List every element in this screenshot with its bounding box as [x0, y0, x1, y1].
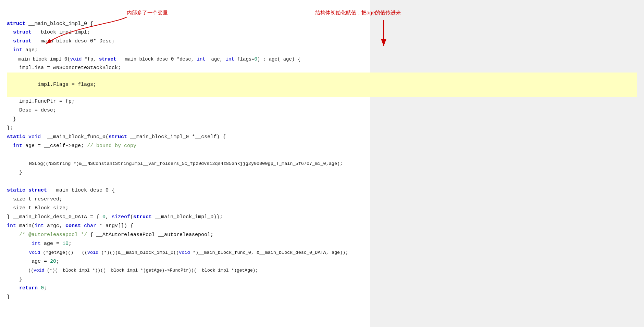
text-22: main( [16, 222, 35, 230]
code-line-13: int age = __cself->age; // bound by copy [7, 142, 637, 151]
text-23b: { __AtAutoreleasePool __autoreleasepool; [87, 231, 213, 239]
kw-sizeof-21: sizeof [112, 213, 130, 221]
num-0-29: 0 [41, 284, 44, 292]
text-5f: ) : age(_age) { [257, 55, 300, 63]
code-line-25: void (*getAge)() = ((void (*)())&__main_… [7, 248, 637, 257]
code-line-23: /* @autoreleasepool */ { __AtAutorelease… [7, 231, 637, 239]
code-line-22: int main(int argc, const char * argv[]) … [7, 222, 637, 231]
text-12b: __main_block_func_0( [41, 133, 109, 141]
text-9: Desc = desc; [7, 106, 56, 115]
text-21d: __main_block_impl_0)}; [152, 213, 223, 221]
code-line-24: int age = 10; [7, 239, 637, 248]
text-18a [25, 186, 28, 195]
text-5d: _age, [206, 55, 226, 63]
code-line-15: NSLog((NSString *)&__NSConstantStringImp… [7, 159, 637, 168]
text-24c: ; [69, 240, 72, 248]
kw-void-25: void [29, 249, 40, 257]
text-27: (( [7, 267, 34, 274]
text-4 [7, 46, 13, 54]
text-12c: __main_block_impl_0 *__cself) { [127, 133, 226, 141]
kw-struct-18: struct [28, 186, 47, 195]
text-7: impl.Flags = flags; [25, 82, 96, 88]
text-16: } [7, 169, 22, 177]
text-5c: __main_block_desc_0 *desc, [116, 55, 197, 63]
text-25c: (*)())&__main_block_impl_0(( [98, 249, 179, 257]
text-1: __main_block_impl_0 { [25, 20, 93, 28]
code-line-19: size_t reserved; [7, 195, 637, 204]
kw-int-5b: int [226, 55, 234, 63]
kw-int-5: int [197, 55, 206, 63]
text-10: } [7, 115, 16, 123]
kw-struct-2: struct [13, 28, 32, 37]
text-2b: __block_impl impl; [32, 28, 90, 37]
text-5e: flags= [234, 55, 255, 63]
kw-struct-3: struct [13, 37, 32, 45]
comment-13: // bound by copy [87, 142, 136, 150]
code-line-20: size_t Block_size; [7, 204, 637, 213]
text-5b: *fp, [82, 55, 99, 63]
code-area: 内部多了一个变量 结构体初始化赋值，把age的值传进来 struct __mai… [0, 7, 644, 305]
code-line-18: static struct __main_block_desc_0 { [7, 186, 637, 195]
kw-void-27: void [34, 267, 44, 274]
num-10-24: 10 [62, 240, 69, 248]
code-line-10: } [7, 115, 637, 124]
kw-void-5: void [70, 55, 82, 63]
text-22b: argc, [44, 222, 65, 230]
text-18b: __main_block_desc_0 { [47, 186, 115, 195]
kw-int-22b: int [35, 222, 44, 230]
code-line-16: } [7, 168, 637, 177]
kw-int-4: int [13, 46, 22, 54]
kw-void-12: void [28, 133, 41, 141]
code-line-29: return 0; [7, 284, 637, 293]
text-15: NSLog((NSString *)&__NSConstantStringImp… [7, 160, 343, 168]
text-3b: __main_block_desc_0* Desc; [32, 37, 115, 45]
text-19: size_t reserved; [7, 195, 62, 204]
kw-char-22: char [84, 222, 96, 230]
text-8: impl.FuncPtr = fp; [7, 97, 75, 106]
code-line-27: ((void (*)(__block_impl *))((__block_imp… [7, 266, 637, 275]
text-30: } [7, 293, 10, 301]
kw-int-13: int [13, 142, 22, 150]
num-0-5: 0 [255, 55, 257, 63]
text-29 [7, 284, 19, 292]
code-line-4: int age; [7, 46, 637, 55]
text-22c [81, 222, 84, 230]
code-line-5: __main_block_impl_0(void *fp, struct __m… [7, 55, 637, 64]
page: 内部多了一个变量 结构体初始化赋值，把age的值传进来 struct __mai… [0, 0, 644, 327]
code-line-17 [7, 177, 637, 186]
code-line-6: impl.isa = &NSConcreteStackBlock; [7, 64, 637, 73]
code-line-11: }; [7, 124, 637, 133]
kw-struct-12: struct [109, 133, 127, 141]
text-24b: age = [41, 240, 62, 248]
text-24 [7, 240, 32, 248]
text-13b: age = __cself->age; [22, 142, 87, 150]
text-25d: *)__main_block_func_0, &__main_block_des… [190, 249, 348, 257]
code-line-14 [7, 151, 637, 159]
code-line-30: } [7, 293, 637, 302]
kw-int-24: int [32, 240, 41, 248]
kw-struct-5: struct [99, 55, 116, 63]
kw-const-22: const [65, 222, 81, 230]
text-25 [7, 249, 29, 257]
text-21: } __main_block_desc_0_DATA = { [7, 213, 102, 221]
comment-23: /* @autoreleasepool */ [19, 231, 87, 239]
text-5: __main_block_impl_0( [7, 55, 70, 63]
kw-struct-1: struct [7, 20, 25, 28]
code-line-2: struct __block_impl impl; [7, 28, 637, 37]
text-21c: ( [130, 213, 133, 221]
kw-return-29: return [19, 284, 38, 292]
text-20: size_t Block_size; [7, 204, 69, 212]
code-line-8: impl.FuncPtr = fp; [7, 97, 637, 106]
text-3 [7, 37, 13, 45]
text-27b: (*)(__block_impl *))((__block_impl *)get… [44, 267, 258, 274]
text-4b: age; [22, 46, 38, 54]
code-line-21: } __main_block_desc_0_DATA = { 0, sizeof… [7, 213, 637, 222]
kw-struct-21: struct [133, 213, 152, 221]
code-line-9: Desc = desc; [7, 106, 637, 115]
text-25b: (*getAge)() = (( [40, 249, 87, 257]
text-26: age = [7, 258, 50, 266]
kw-static-18: static [7, 186, 25, 195]
text-29b [38, 284, 41, 292]
text-11: }; [7, 124, 13, 132]
text-26b: ; [56, 258, 59, 266]
